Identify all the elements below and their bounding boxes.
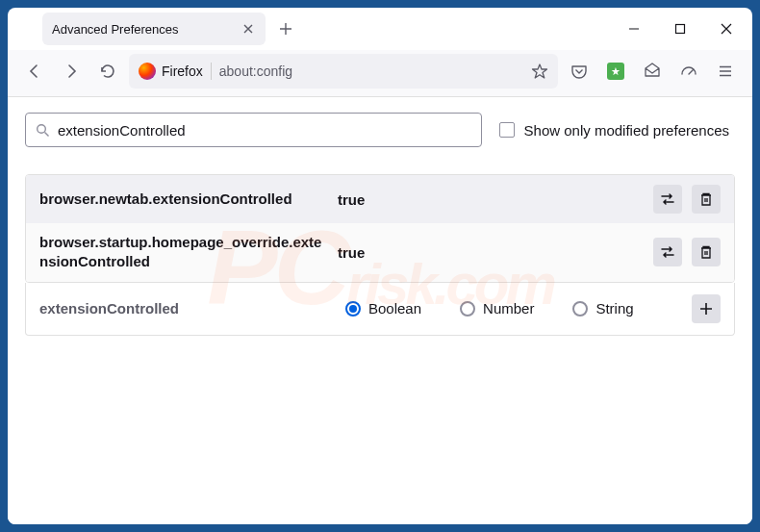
type-radio-string[interactable]: String: [572, 300, 633, 317]
type-label: String: [595, 300, 633, 317]
toggle-button[interactable]: [653, 238, 682, 266]
minimize-button[interactable]: [612, 10, 656, 48]
close-window-button[interactable]: [704, 10, 748, 48]
extension-icon[interactable]: ★: [600, 56, 631, 87]
pref-row: browser.newtab.extensionControlled true: [26, 175, 734, 223]
firefox-icon: [139, 63, 156, 80]
preferences-table: browser.newtab.extensionControlled true …: [25, 174, 735, 283]
pocket-icon[interactable]: [564, 56, 595, 87]
forward-button[interactable]: [56, 56, 87, 87]
tabs-area: Advanced Preferences: [8, 8, 612, 50]
window-controls: [612, 10, 748, 48]
toolbar: Firefox about:config ★: [8, 50, 752, 97]
search-row: extensionControlled Show only modified p…: [25, 113, 735, 147]
identity-label: Firefox: [162, 63, 203, 79]
filter-label: Show only modified preferences: [524, 122, 729, 139]
maximize-button[interactable]: [658, 10, 702, 48]
pref-name: browser.newtab.extensionControlled: [39, 190, 326, 209]
back-button[interactable]: [19, 56, 50, 87]
tab-title: Advanced Preferences: [52, 22, 233, 37]
type-label: Number: [483, 300, 534, 317]
pref-value: true: [338, 191, 642, 208]
delete-button[interactable]: [692, 238, 721, 266]
browser-tab[interactable]: Advanced Preferences: [42, 13, 266, 45]
type-label: Boolean: [368, 300, 421, 317]
pref-actions: [653, 238, 721, 266]
checkbox-icon: [499, 122, 515, 138]
hamburger-menu-icon[interactable]: [710, 56, 741, 87]
identity-box[interactable]: Firefox: [139, 63, 212, 80]
pref-actions: [653, 185, 721, 214]
svg-rect-0: [676, 25, 685, 34]
mail-icon[interactable]: [637, 56, 668, 87]
config-content: extensionControlled Show only modified p…: [8, 97, 752, 524]
browser-window: Advanced Preferences: [8, 8, 752, 524]
radio-icon: [345, 301, 361, 317]
toggle-button[interactable]: [653, 185, 682, 214]
bookmark-star-icon[interactable]: [531, 63, 548, 80]
modified-only-checkbox[interactable]: Show only modified preferences: [499, 122, 735, 139]
titlebar: Advanced Preferences: [8, 8, 752, 50]
search-value: extensionControlled: [58, 122, 471, 139]
radio-icon: [460, 301, 475, 317]
close-tab-icon[interactable]: [241, 21, 256, 37]
gauge-icon[interactable]: [673, 56, 704, 87]
pref-row: browser.startup.homepage_override.extens…: [26, 223, 734, 282]
type-radio-boolean[interactable]: Boolean: [345, 300, 421, 317]
type-options: Boolean Number String: [345, 300, 672, 317]
pref-value: true: [338, 244, 642, 261]
search-input[interactable]: extensionControlled: [25, 113, 482, 147]
search-icon: [36, 123, 50, 138]
pref-name: browser.startup.homepage_override.extens…: [39, 233, 326, 272]
add-pref-button[interactable]: [692, 294, 721, 323]
svg-point-1: [38, 124, 46, 133]
delete-button[interactable]: [692, 185, 721, 214]
radio-icon: [572, 301, 588, 317]
new-pref-row: extensionControlled Boolean Number Strin…: [25, 283, 735, 336]
address-bar[interactable]: Firefox about:config: [129, 54, 558, 89]
new-tab-button[interactable]: [271, 14, 300, 43]
url-text: about:config: [219, 63, 523, 79]
new-pref-name: extensionControlled: [39, 300, 326, 317]
reload-button[interactable]: [92, 56, 123, 87]
type-radio-number[interactable]: Number: [460, 300, 534, 317]
